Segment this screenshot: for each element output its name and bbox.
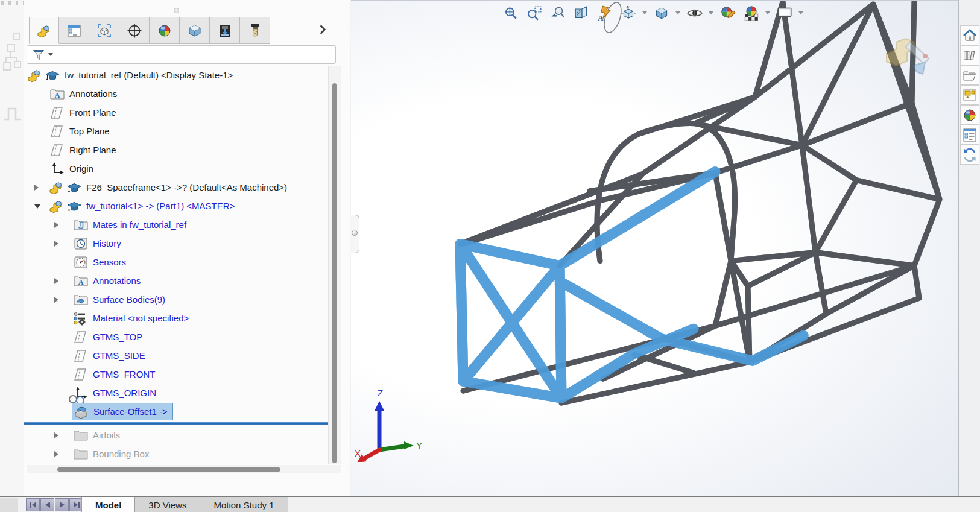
spaceframe-model[interactable]: [351, 1, 958, 496]
taskpane-custom-properties-button[interactable]: [960, 125, 979, 145]
hide-show-items-dropdown-icon[interactable]: [709, 11, 713, 14]
hide-show-items-button[interactable]: [684, 3, 704, 23]
tree-item[interactable]: AAnnotations: [24, 84, 329, 103]
hud-zoomarea-icon: [526, 5, 543, 22]
tree-item[interactable]: Top Plane: [24, 122, 329, 141]
expander-collapsed-icon[interactable]: [54, 297, 58, 303]
panel-splitter-handle[interactable]: [350, 215, 359, 253]
document-tabs: Model3D ViewsMotion Study 1: [81, 497, 288, 512]
doc-tab-2[interactable]: Motion Study 1: [200, 497, 288, 512]
expander-expanded-icon[interactable]: [34, 204, 40, 209]
taskpane-solidworks-forum-button[interactable]: [960, 145, 979, 165]
tp-props-icon: [962, 127, 978, 143]
tree-item[interactable]: Origin: [24, 159, 329, 178]
expander-collapsed-icon[interactable]: [54, 222, 58, 228]
taskpane-design-library-button[interactable]: [960, 45, 979, 65]
tree-item[interactable]: GTMS_SIDE: [24, 346, 329, 365]
visualize-tab[interactable]: [180, 17, 210, 44]
expander-collapsed-icon[interactable]: [54, 432, 58, 438]
cap-icon: [66, 180, 82, 195]
configurationmanager-tab[interactable]: [89, 17, 119, 44]
tree-item[interactable]: GTMS_FRONT: [24, 365, 329, 384]
edit-component-watermark-icon: [882, 31, 936, 84]
zoom-to-fit-button[interactable]: [501, 3, 520, 23]
taskpane-view-palette-button[interactable]: [960, 85, 979, 105]
tree-item-label: Front Plane: [69, 107, 116, 118]
tab-dimxpert-icon: [127, 23, 142, 39]
forward-button[interactable]: [55, 498, 69, 511]
go-first-button[interactable]: [26, 498, 40, 511]
view-settings-dropdown-icon[interactable]: [798, 11, 803, 14]
splitter-grip-icon: [352, 230, 358, 236]
propertymanager-tab[interactable]: [59, 17, 89, 44]
tree-item[interactable]: Front Plane: [24, 103, 329, 122]
graphics-area[interactable]: A Z Y X: [351, 0, 958, 496]
displaymanager-tab[interactable]: [150, 17, 180, 44]
tree-item[interactable]: Bounding Box: [24, 444, 329, 463]
tree-item[interactable]: Right Plane: [24, 141, 329, 159]
cam-tool-tab[interactable]: [240, 17, 270, 44]
panel-expand-button[interactable]: [312, 21, 333, 39]
view-settings-button[interactable]: [774, 3, 794, 23]
view-orientation-button[interactable]: [618, 3, 638, 23]
tree-item[interactable]: AAnnotations: [24, 271, 329, 290]
tree-item[interactable]: Mates in fw_tutorial_ref: [24, 215, 329, 234]
tab-tool-icon: [247, 23, 263, 39]
tree-item[interactable]: GTMS_TOP: [24, 327, 329, 346]
view-orientation-dropdown-icon[interactable]: [642, 11, 647, 14]
folder-surface-icon: [73, 292, 89, 308]
dynamic-annotation-views-button[interactable]: A: [595, 3, 615, 23]
expander-collapsed-icon[interactable]: [54, 278, 58, 284]
display-style-button[interactable]: [651, 3, 671, 23]
tree-item-label: Sensors: [93, 257, 126, 267]
expander-collapsed-icon[interactable]: [54, 241, 58, 247]
zoom-to-area-button[interactable]: [524, 3, 544, 23]
apply-scene-button[interactable]: [741, 3, 761, 23]
panel-grip-dot[interactable]: [174, 8, 179, 13]
back-button[interactable]: [40, 498, 54, 511]
previous-view-button[interactable]: [548, 3, 567, 23]
tree-item[interactable]: fw_tutorial<1> -> (Part1) <MASTER>: [24, 197, 329, 215]
taskpane-home-button[interactable]: [960, 25, 979, 45]
tab-cam-icon: [217, 23, 233, 39]
featuremanager-tab[interactable]: [29, 17, 59, 44]
doc-tab-1[interactable]: 3D Views: [135, 497, 200, 512]
expander-collapsed-icon[interactable]: [54, 451, 58, 457]
tree-filter[interactable]: [27, 45, 336, 64]
hud-annoview-icon: A: [596, 5, 613, 22]
taskpane-file-explorer-button[interactable]: [960, 65, 979, 85]
doc-tab-0[interactable]: Model: [81, 497, 135, 512]
flyout-tree-icon[interactable]: [2, 31, 22, 82]
tree-item-label: GTMS_ORIGIN: [93, 388, 156, 398]
step-pane-icon[interactable]: [2, 101, 22, 128]
tree-item[interactable]: Sensors: [24, 253, 329, 271]
selected-item-highlight: Surface-Offset1 ->: [72, 403, 173, 420]
edit-appearance-button[interactable]: [718, 3, 738, 23]
cam-machine-tab[interactable]: [210, 17, 240, 44]
tree-item-label: GTMS_FRONT: [93, 369, 155, 379]
tree-item[interactable]: Material <not specified>: [24, 309, 329, 327]
display-style-dropdown-icon[interactable]: [675, 11, 680, 14]
dimxpertmanager-tab[interactable]: [119, 17, 150, 44]
tree-item-label: Right Plane: [69, 145, 116, 155]
filter-dropdown-icon[interactable]: [48, 53, 53, 56]
apply-scene-dropdown-icon[interactable]: [765, 11, 770, 14]
tree-vscroll-thumb[interactable]: [332, 83, 337, 463]
tree-item[interactable]: Airfoils: [24, 426, 329, 444]
folder-mates-icon: [73, 217, 89, 233]
tree-item[interactable]: Surface Bodies(9): [24, 290, 329, 309]
tree-item[interactable]: fw_tutorial_ref (Default) <Display State…: [24, 66, 329, 84]
tree-hscroll-thumb[interactable]: [57, 467, 280, 472]
tree-item[interactable]: History: [24, 234, 329, 253]
tree-item[interactable]: F26_Spaceframe<1> ->? (Default<As Machin…: [24, 178, 329, 197]
taskpane-appearances-scenes-button[interactable]: [960, 105, 979, 125]
section-view-button[interactable]: [571, 3, 591, 23]
tree-item-label: GTMS_TOP: [93, 332, 142, 342]
tree-item-label: GTMS_SIDE: [93, 350, 145, 361]
tree-item-label: Annotations: [69, 89, 117, 99]
tab-nav-buttons: [26, 498, 83, 511]
left-rail: [0, 0, 24, 496]
hud-applyscene-icon: [743, 5, 760, 22]
expander-collapsed-icon[interactable]: [34, 185, 39, 191]
rollback-bar[interactable]: [24, 422, 329, 425]
